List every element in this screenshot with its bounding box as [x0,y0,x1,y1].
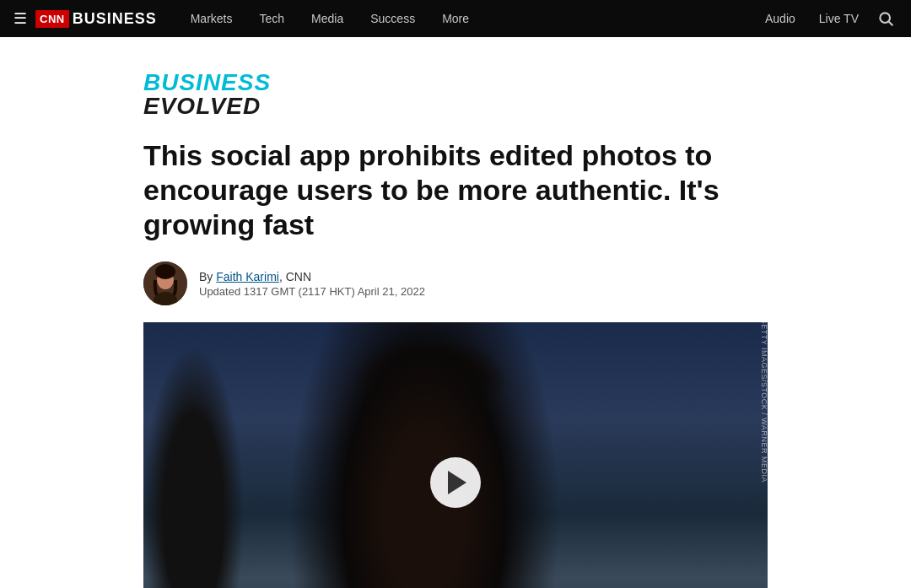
play-icon [448,471,466,494]
byline-author: By Faith Karimi, CNN [199,270,425,283]
nav-link-tech[interactable]: Tech [246,0,299,37]
video-container[interactable]: EMMA MCINTYRE / GETTY IMAGES/STOCK / WAR… [143,322,768,588]
nav-links: Markets Tech Media Success More [177,0,482,37]
search-icon [877,10,894,27]
video-background [143,322,768,588]
nav-link-more[interactable]: More [429,0,482,37]
author-avatar [143,262,187,305]
nav-link-markets[interactable]: Markets [177,0,246,37]
live-tv-button[interactable]: Live TV [811,0,867,37]
search-button[interactable] [874,10,898,27]
nav-right: Audio Live TV [757,0,898,37]
author-link[interactable]: Faith Karimi [216,270,279,283]
byline-date: Updated 1317 GMT (2117 HKT) April 21, 20… [199,285,425,298]
avatar-image [143,262,187,305]
image-watermark: EMMA MCINTYRE / GETTY IMAGES/STOCK / WAR… [760,322,768,483]
byline-prefix: By [199,270,216,283]
business-logo: BUSINESS [73,10,157,28]
nav-link-media[interactable]: Media [298,0,357,37]
nav-left: ☰ CNN BUSINESS Markets Tech Media Succes… [13,0,482,37]
brand-top-text: BUSINESS [143,71,768,94]
play-button[interactable] [430,457,481,508]
svg-line-1 [889,22,893,26]
nav-link-success[interactable]: Success [357,0,429,37]
brand-header: BUSINESS EVOLVED [143,71,768,118]
article-title: This social app prohibits edited photos … [143,138,768,241]
hamburger-icon: ☰ [13,9,27,28]
cnn-logo: CNN [35,10,69,28]
svg-point-0 [880,13,890,23]
brand-bottom-text: EVOLVED [143,94,768,118]
top-navigation: ☰ CNN BUSINESS Markets Tech Media Succes… [0,0,911,37]
svg-point-4 [155,264,175,279]
audio-button[interactable]: Audio [757,0,804,37]
avatar-svg [143,262,187,305]
byline-text: By Faith Karimi, CNN Updated 1317 GMT (2… [199,270,425,298]
video-thumbnail: EMMA MCINTYRE / GETTY IMAGES/STOCK / WAR… [143,322,768,588]
article-content: BUSINESS EVOLVED This social app prohibi… [127,37,784,588]
author-suffix: , CNN [279,270,311,283]
hamburger-menu-button[interactable]: ☰ [13,9,35,28]
byline-area: By Faith Karimi, CNN Updated 1317 GMT (2… [143,262,768,305]
